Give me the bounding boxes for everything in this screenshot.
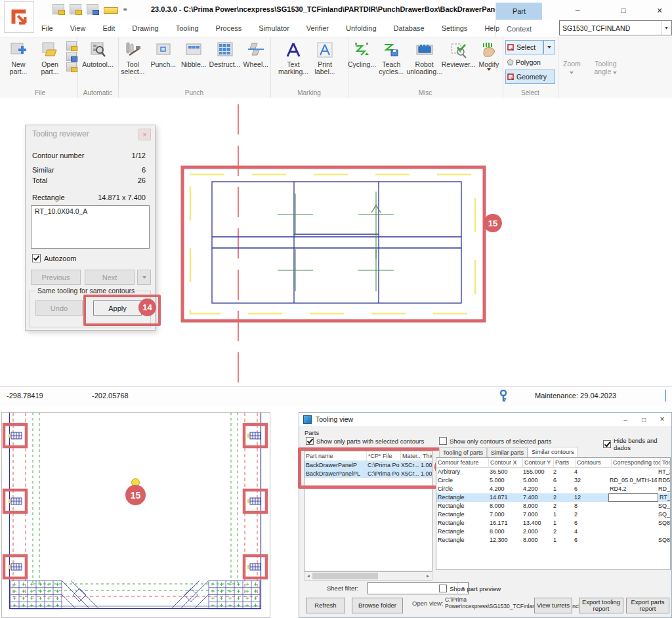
sheet-preview-panel[interactable]: 15 bbox=[1, 412, 270, 618]
cycling-button[interactable]: Cycling... bbox=[348, 40, 376, 75]
table-row[interactable]: Circle5.0005.000632RD_05.0_MTH-16RD5.0, … bbox=[436, 476, 670, 485]
nibble-label: Nibble... bbox=[181, 61, 207, 68]
show-contours-checkbox[interactable] bbox=[439, 437, 447, 445]
new-part-button[interactable]: New part... bbox=[3, 40, 33, 75]
print-label-button[interactable]: Print label... bbox=[310, 40, 340, 75]
statusbar: -298.78419 -202.05768 Maintenance: 29.04… bbox=[0, 386, 672, 406]
nibble-button[interactable]: Nibble... bbox=[179, 40, 209, 75]
open-part-button[interactable]: Open part... bbox=[35, 40, 65, 75]
robot-unloading-button[interactable]: Robot unloading... bbox=[406, 40, 442, 75]
col-header[interactable]: Tools in parts bbox=[661, 458, 671, 467]
tv-minimize-button[interactable]: – bbox=[616, 413, 635, 426]
parts-table-hscrollbar[interactable]: ◄ ► bbox=[304, 571, 432, 581]
ruler-icon[interactable] bbox=[104, 7, 118, 14]
tool-list-item[interactable]: RT_10.0X04.0_A bbox=[32, 206, 149, 216]
modify-dropdown-icon[interactable] bbox=[487, 68, 491, 71]
table-row[interactable]: Arbitrary36.500155.00024RT_2.0X010.0, R.… bbox=[436, 468, 670, 476]
show-preview-checkbox[interactable] bbox=[439, 585, 447, 592]
export-tooling-report-button[interactable]: Export tooling report bbox=[579, 598, 623, 613]
browse-folder-button[interactable]: Browse folder bbox=[352, 598, 403, 613]
menu-unfolding[interactable]: Unfolding bbox=[337, 24, 385, 32]
autotool-button[interactable]: Autotool... bbox=[79, 40, 116, 68]
app-logo-icon[interactable] bbox=[4, 1, 34, 33]
tv-maximize-button[interactable]: □ bbox=[635, 413, 653, 426]
undo-button[interactable]: Undo bbox=[35, 300, 83, 316]
scroll-right-icon[interactable]: ► bbox=[424, 574, 432, 578]
menu-tooling[interactable]: Tooling bbox=[167, 24, 207, 32]
previous-button[interactable]: Previous bbox=[31, 270, 81, 285]
tab-similar-contours[interactable]: Similar contours bbox=[528, 447, 578, 458]
hide-bends-checkbox[interactable] bbox=[603, 440, 611, 448]
qat-overflow-icon[interactable]: ≡ bbox=[123, 6, 127, 13]
import-icon[interactable] bbox=[66, 41, 77, 51]
maximize-button[interactable]: □ bbox=[614, 4, 633, 17]
modify-button[interactable]: Modify bbox=[475, 40, 503, 75]
col-header[interactable]: Contour X bbox=[489, 458, 523, 467]
reviewer-button[interactable]: Reviewer... bbox=[444, 40, 474, 75]
punch-button[interactable]: Punch... bbox=[149, 40, 178, 75]
col-header[interactable]: Corresponding tooling bbox=[612, 458, 661, 467]
menu-edit[interactable]: Edit bbox=[94, 24, 123, 32]
select-button[interactable]: Select bbox=[505, 40, 543, 54]
dialog-close-button[interactable]: × bbox=[138, 129, 151, 140]
text-marking-button[interactable]: Text marking... bbox=[278, 40, 308, 75]
menu-settings[interactable]: Settings bbox=[433, 24, 476, 32]
table-cell[interactable] bbox=[608, 493, 658, 502]
next-dropdown-button[interactable] bbox=[137, 270, 151, 285]
geometry-button[interactable]: Geometry bbox=[505, 70, 555, 84]
minimize-button[interactable]: – bbox=[568, 4, 587, 17]
tooling-angle-button[interactable]: Tooling angle bbox=[590, 60, 621, 75]
contours-table[interactable]: Contour feature Contour X Contour Y Part… bbox=[436, 457, 671, 570]
table-row[interactable]: Rectangle14.8717.400212RT_10.0X04.0_A bbox=[436, 493, 670, 502]
table-row[interactable]: Circle4.2004.20016RD4.2RD_02.0_MTH-16 bbox=[436, 485, 670, 493]
menu-drawing[interactable]: Drawing bbox=[123, 24, 167, 32]
table-row[interactable]: Rectangle8.0008.00028SQ_5.0 bbox=[436, 502, 670, 510]
menu-verifier[interactable]: Verifier bbox=[298, 24, 337, 32]
tab-part[interactable]: Part bbox=[495, 3, 542, 20]
tool-listbox[interactable]: RT_10.0X04.0_A bbox=[31, 205, 150, 249]
view-turrets-button[interactable]: View turrets bbox=[534, 598, 572, 613]
teach-cycles-button[interactable]: Teach cycles... bbox=[377, 40, 405, 75]
show-parts-checkbox[interactable] bbox=[306, 437, 314, 445]
col-header[interactable]: Contour feature bbox=[436, 458, 489, 467]
menu-file[interactable]: File bbox=[33, 24, 62, 32]
menu-view[interactable]: View bbox=[62, 24, 94, 32]
refresh-button[interactable]: Refresh bbox=[306, 598, 345, 613]
col-header[interactable]: Contour Y bbox=[523, 458, 554, 467]
polygon-button[interactable]: Polygon bbox=[505, 56, 555, 68]
menu-process[interactable]: Process bbox=[207, 24, 251, 32]
monitor-save-icon[interactable] bbox=[66, 52, 77, 61]
tab-similar-parts[interactable]: Similar parts bbox=[487, 447, 528, 458]
export-parts-report-button[interactable]: Export parts report bbox=[626, 598, 669, 613]
table-row[interactable]: Rectangle7.0007.00012SQ_5.0 bbox=[436, 510, 670, 519]
tab-tooling-of-parts[interactable]: Tooling of parts bbox=[439, 447, 487, 458]
wheel-button[interactable]: Wheel... bbox=[242, 40, 271, 75]
table-row[interactable]: Rectangle16.17113.40016SQ8.0 bbox=[436, 519, 670, 527]
table-row[interactable]: Rectangle8.0002.00024 bbox=[436, 527, 670, 536]
tv-close-button[interactable]: × bbox=[653, 413, 671, 426]
scrollbar-thumb[interactable] bbox=[312, 573, 378, 579]
copy-view-icon[interactable] bbox=[66, 62, 77, 72]
col-header[interactable]: Contours bbox=[576, 458, 612, 467]
chevron-down-icon[interactable]: ▾ bbox=[661, 21, 671, 35]
close-button[interactable]: × bbox=[650, 4, 669, 17]
export-icon[interactable] bbox=[87, 4, 98, 14]
save-all-icon[interactable] bbox=[70, 4, 81, 14]
open-part-label: Open part... bbox=[35, 61, 65, 75]
col-header[interactable]: Parts bbox=[554, 458, 576, 467]
table-row[interactable]: Rectangle12.3008.00016SQ8.0 bbox=[436, 536, 670, 545]
scroll-left-icon[interactable]: ◄ bbox=[304, 574, 312, 578]
menu-database[interactable]: Database bbox=[385, 24, 433, 32]
next-button[interactable]: Next bbox=[85, 270, 135, 285]
machine-select[interactable]: SG1530_TCFINLAND ▾ bbox=[559, 20, 672, 35]
group-label-file: File bbox=[3, 89, 77, 96]
save-icon[interactable] bbox=[52, 4, 64, 14]
select-dropdown-button[interactable] bbox=[543, 40, 555, 54]
tab-context[interactable]: Context bbox=[495, 20, 542, 37]
autozoom-checkbox[interactable] bbox=[32, 254, 41, 262]
destruct-button[interactable]: Destruct... bbox=[210, 40, 240, 75]
tool-select-button[interactable]: Tool select... bbox=[118, 40, 148, 75]
ribbon-group-misc: Cycling... Teach cycles... Robot unloadi… bbox=[348, 37, 503, 98]
zoom-button[interactable]: Zoom bbox=[563, 60, 581, 75]
menu-simulator[interactable]: Simulator bbox=[250, 24, 297, 32]
